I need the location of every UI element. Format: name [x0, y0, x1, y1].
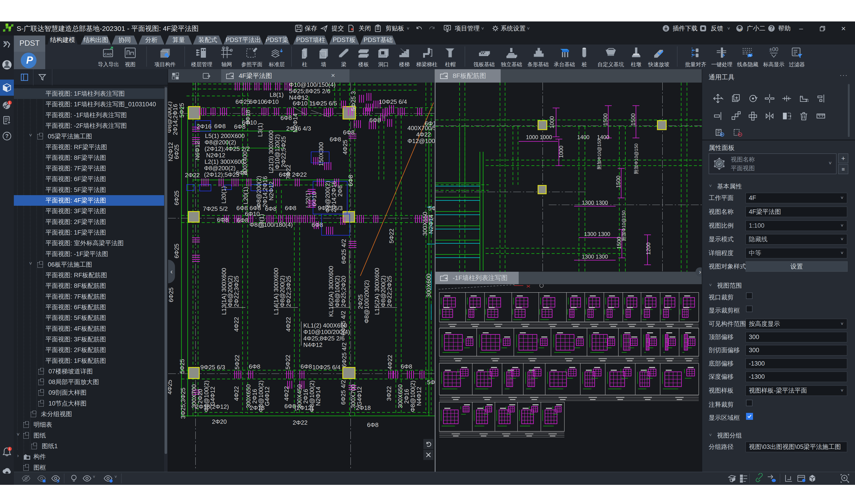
svg-text:5Φ25 3: 5Φ25 3 [350, 91, 357, 111]
svg-text:2Φ25;2Φ20: 2Φ25;2Φ20 [340, 276, 347, 307]
svg-text:2Φ14;2Φ16: 2Φ14;2Φ16 [172, 104, 179, 135]
svg-text:1000: 1000 [549, 116, 555, 128]
svg-text:2Φ16: 2Φ16 [197, 123, 211, 130]
svg-text:6Φ8: 6Φ8 [217, 216, 228, 223]
svg-text:6Φ8: 6Φ8 [265, 205, 277, 212]
svg-text:300X650: 300X650 [397, 384, 404, 408]
svg-text:2Φ16: 2Φ16 [251, 389, 258, 404]
svg-text:附加Φ10@150: 附加Φ10@150 [621, 210, 626, 241]
svg-text:2Φ18: 2Φ18 [250, 404, 264, 411]
svg-text:4Φ25: 4Φ25 [342, 140, 349, 155]
svg-text:6Φ8: 6Φ8 [343, 129, 354, 136]
svg-text:2Φ20: 2Φ20 [212, 418, 227, 425]
svg-text:6Φ8: 6Φ8 [369, 117, 381, 124]
svg-text:Φ8@200(2): Φ8@200(2) [204, 165, 236, 172]
svg-text:6Φ8: 6Φ8 [285, 204, 296, 212]
svg-text:Φ8@200(2): Φ8@200(2) [255, 176, 262, 208]
svg-text:L14(1A) 300X600: L14(1A) 300X600 [273, 268, 280, 315]
svg-text:6Φ25: 6Φ25 [173, 191, 180, 205]
svg-text:(2Φ12);4Φ25 2/2: (2Φ12);4Φ25 2/2 [205, 145, 250, 152]
svg-text:L3(1): L3(1) [257, 123, 264, 137]
svg-text:400X700/500: 400X700/500 [407, 125, 435, 131]
svg-text:Φ8@100/180(4): Φ8@100/180(4) [249, 221, 293, 228]
svg-text:5Φ22: 5Φ22 [233, 355, 241, 370]
svg-text:5Φ25;8Φ25 2/6: 5Φ25;8Φ25 2/6 [289, 88, 330, 94]
svg-text:KL1(2) 400X650: KL1(2) 400X650 [303, 322, 347, 329]
svg-text:Φ10@100/200(4): Φ10@100/200(4) [303, 328, 350, 336]
svg-text:2Φ14;2Φ16: 2Φ14;2Φ16 [262, 176, 268, 207]
svg-text:6Φ8: 6Φ8 [401, 363, 412, 370]
svg-text:6Φ25 4/2: 6Φ25 4/2 [340, 380, 347, 405]
svg-text:6Φ8: 6Φ8 [236, 169, 247, 176]
svg-text:1000: 1000 [558, 146, 564, 158]
svg-text:1300 1300: 1300 1300 [584, 231, 610, 237]
svg-text:1500: 1500 [615, 176, 622, 188]
svg-text:L15(2A) 300X600: L15(2A) 300X600 [373, 268, 380, 315]
svg-text:5Φ25: 5Φ25 [427, 379, 435, 386]
svg-text:Φ8@200(2): Φ8@200(2) [380, 276, 387, 307]
svg-text:1500: 1500 [630, 113, 636, 125]
svg-text:1: 1 [9, 447, 11, 451]
svg-text:G4Φ12: G4Φ12 [356, 386, 363, 406]
svg-text:10Φ25 6/4: 10Φ25 6/4 [312, 364, 341, 371]
svg-text:4Φ22: 4Φ22 [283, 386, 290, 401]
svg-text:11Φ25 6/5: 11Φ25 6/5 [309, 100, 337, 107]
svg-text:Φ10@100/150(4): Φ10@100/150(4) [289, 83, 336, 88]
svg-text:Φ8@100(2): Φ8@100(2) [334, 276, 341, 307]
svg-text:N4Φ12: N4Φ12 [416, 387, 422, 406]
svg-text:N2Φ14: N2Φ14 [292, 113, 299, 133]
svg-text:6Φ10: 6Φ10 [264, 98, 279, 105]
svg-text:300X600: 300X600 [425, 274, 432, 298]
svg-text:4Φ22: 4Φ22 [285, 317, 292, 332]
svg-text:L20(1): L20(1) [242, 187, 249, 204]
svg-text:Φ8@200(2): Φ8@200(2) [227, 276, 233, 307]
svg-text:9Φ25 6/3: 9Φ25 6/3 [200, 364, 225, 371]
svg-text:L5(1) 200X600: L5(1) 200X600 [205, 132, 245, 139]
svg-text:3Φ25;3Φ25: 3Φ25;3Φ25 [179, 388, 187, 419]
svg-text:N2Φ14: N2Φ14 [428, 215, 434, 234]
svg-text:附加Φ10@150: 附加Φ10@150 [634, 143, 639, 174]
svg-text:Φ8@100/200(2): Φ8@100/200(2) [363, 280, 370, 323]
svg-text:7Φ25 5/2: 7Φ25 5/2 [203, 205, 228, 212]
svg-text:6Φ10: 6Φ10 [293, 100, 308, 107]
svg-text:N2Φ12: N2Φ12 [206, 152, 225, 159]
svg-text:5Φ25: 5Φ25 [179, 359, 186, 374]
svg-text:Φ12@100(4): Φ12@100(4) [407, 138, 435, 144]
svg-text:150X300: 150X300 [318, 142, 325, 166]
svg-text:6Φ8: 6Φ8 [280, 114, 292, 121]
svg-text:4Φ22: 4Φ22 [386, 355, 393, 370]
svg-text:2Φ22;3Φ25: 2Φ22;3Φ25 [233, 276, 240, 307]
svg-text:Φ8@200(2): Φ8@200(2) [205, 139, 236, 146]
svg-text:2Φ16: 2Φ16 [302, 389, 309, 404]
svg-text:1500: 1500 [602, 113, 609, 125]
svg-text:4Φ22: 4Φ22 [416, 131, 431, 138]
svg-text:(2Φ12);5Φ25: (2Φ12);5Φ25 [204, 171, 239, 178]
svg-text:Φ10@120(2): Φ10@120(2) [274, 134, 281, 169]
svg-text:1000 1000: 1000 1000 [526, 134, 552, 140]
svg-text:L21(3) 300X600: L21(3) 300X600 [267, 130, 275, 173]
svg-text:10Φ25 6/4: 10Φ25 6/4 [379, 98, 407, 105]
svg-text:Φ8@100(2): Φ8@100(2) [409, 381, 416, 412]
svg-text:5Φ25: 5Φ25 [428, 205, 435, 212]
svg-text:2Φ22: 2Φ22 [185, 172, 200, 179]
svg-text:6Φ8: 6Φ8 [312, 221, 323, 228]
svg-text:6Φ8 2Φ22: 6Φ8 2Φ22 [279, 171, 307, 178]
svg-text:(2Φ12): (2Φ12) [295, 404, 313, 411]
svg-text:6Φ25 4/2: 6Φ25 4/2 [340, 239, 347, 264]
svg-text:5Φ22: 5Φ22 [388, 229, 395, 244]
svg-text:6Φ8: 6Φ8 [284, 403, 296, 410]
svg-text:6Φ25: 6Φ25 [168, 287, 175, 302]
svg-text:6Φ8 6Φ8: 6Φ8 6Φ8 [237, 204, 261, 212]
svg-text:CAD: CAD [104, 52, 112, 56]
svg-text:4Φ25;8Φ25 2/6: 4Φ25;8Φ25 2/6 [303, 335, 345, 342]
svg-text:4Φ22: 4Φ22 [233, 386, 240, 401]
svg-text:KL16(2A) 300X600: KL16(2A) 300X600 [328, 266, 334, 317]
svg-text:6Φ8: 6Φ8 [300, 363, 312, 370]
svg-text:5Φ25: 5Φ25 [178, 103, 185, 118]
svg-text:6Φ8: 6Φ8 [347, 175, 354, 186]
svg-text:6Φ8: 6Φ8 [249, 363, 260, 370]
svg-text:6Φ8: 6Φ8 [367, 421, 379, 428]
svg-text:Φ8@200(2): Φ8@200(2) [279, 276, 286, 307]
svg-text:4Φ25: 4Φ25 [168, 380, 173, 394]
svg-text:6Φ25: 6Φ25 [235, 98, 250, 105]
